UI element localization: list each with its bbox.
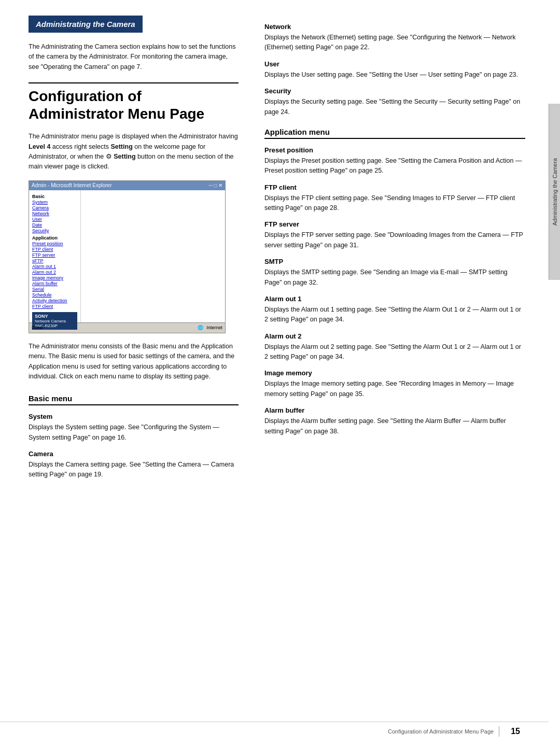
page-container: Administrating the Camera Administrating… <box>0 0 560 747</box>
basic-menu-section: Basic menu System Displays the System se… <box>29 394 239 480</box>
camera-text: Displays the Camera setting page. See "S… <box>29 460 239 480</box>
ftp-server-text: Displays the FTP server setting page. Se… <box>264 230 525 250</box>
screenshot-inner: Basic System Camera Network User Date Se… <box>29 190 225 322</box>
sidebar-link-serial[interactable]: Serial <box>32 287 77 292</box>
sidebar-link-sftp[interactable]: sFTP <box>32 258 77 263</box>
application-menu-heading: Application menu <box>264 128 525 139</box>
smtp-label: SMTP <box>264 258 525 265</box>
ftp-client-label: FTP client <box>264 184 525 191</box>
screenshot-status-right: 🌐 Internet <box>198 325 222 330</box>
screenshot-logo: SONY <box>35 314 75 319</box>
sidebar-link-preset[interactable]: Preset position <box>32 241 77 246</box>
left-column: Administrating the Camera The Administra… <box>0 0 254 747</box>
desc-before-bold1: The Administrator menu page is displayed… <box>29 133 238 140</box>
desc-after-bold1: access right selects <box>50 143 110 150</box>
image-memory-text: Displays the Image memory setting page. … <box>264 379 525 399</box>
smtp-subsection: SMTP Displays the SMTP setting page. See… <box>264 258 525 288</box>
sidebar-link-system[interactable]: System <box>32 200 77 205</box>
internet-icon: 🌐 <box>198 325 203 330</box>
sidebar-link-image-memory[interactable]: Image memory <box>32 275 77 280</box>
desc-bold1: Level 4 <box>29 143 50 150</box>
security-label: Security <box>264 87 525 95</box>
camera-subsection: Camera Displays the Camera setting page.… <box>29 450 239 480</box>
application-menu-section: Application menu Preset position Display… <box>264 128 525 436</box>
screenshot-sidebar: Basic System Camera Network User Date Se… <box>29 190 81 322</box>
screenshot-title: Admin - Microsoft Internet Explorer <box>32 182 112 188</box>
sidebar-basic-label: Basic <box>32 194 77 199</box>
screenshot-controls: ─ □ ✕ <box>208 182 222 188</box>
sidebar-link-alarm-buffer[interactable]: Alarm buffer <box>32 281 77 286</box>
screenshot-box: Admin - Microsoft Internet Explorer ─ □ … <box>29 180 226 333</box>
ftp-client-subsection: FTP client Displays the FTP client setti… <box>264 184 525 214</box>
page-title: Configuration of Administrator Menu Page <box>29 88 239 122</box>
user-label: User <box>264 60 525 68</box>
desc-bold3: Setting <box>114 153 135 160</box>
footer-text: Configuration of Administrator Menu Page <box>388 728 494 735</box>
preset-position-text: Displays the Preset position setting pag… <box>264 156 525 176</box>
intro-text: The Administrating the Camera section ex… <box>29 42 239 72</box>
basic-menu-heading: Basic menu <box>29 394 239 405</box>
user-text: Displays the User setting page. See "Set… <box>264 70 525 80</box>
main-content: Administrating the Camera The Administra… <box>0 0 560 747</box>
smtp-text: Displays the SMTP setting page. See "Sen… <box>264 267 525 288</box>
system-subsection: System Displays the System setting page.… <box>29 413 239 443</box>
alarm-buffer-subsection: Alarm buffer Displays the Alarm buffer s… <box>264 406 525 436</box>
alarm-out1-subsection: Alarm out 1 Displays the Alarm out 1 set… <box>264 295 525 325</box>
alarm-out2-text: Displays the Alarm out 2 setting page. S… <box>264 342 525 362</box>
sidebar-link-schedule[interactable]: Schedule <box>32 292 77 298</box>
sidebar-application-label: Application <box>32 235 77 241</box>
sidebar-link-activity[interactable]: Activity detection <box>32 298 77 303</box>
desc-bold2: Setting <box>110 143 132 150</box>
sidebar-link-camera[interactable]: Camera <box>32 205 77 210</box>
sidebar-link-ftp2[interactable]: FTP client <box>32 304 77 309</box>
footer-page-number: 15 <box>511 727 520 736</box>
alarm-buffer-text: Displays the Alarm buffer setting page. … <box>264 416 525 436</box>
system-label: System <box>29 413 239 420</box>
ftp-client-text: Displays the FTP client setting page. Se… <box>264 193 525 214</box>
title-divider <box>29 82 239 83</box>
preset-position-label: Preset position <box>264 146 525 154</box>
sidebar-link-date[interactable]: Date <box>32 222 77 228</box>
sidebar-link-alarm1[interactable]: Alarm out 1 <box>32 264 77 269</box>
alarm-out2-subsection: Alarm out 2 Displays the Alarm out 2 set… <box>264 332 525 362</box>
security-text: Displays the Security setting page. See … <box>264 97 525 117</box>
description-text: The Administrator menu page is displayed… <box>29 132 239 172</box>
network-text: Displays the Network (Ethernet) setting … <box>264 33 525 53</box>
screenshot-status-internet: Internet <box>206 325 222 330</box>
header-banner-text: Administrating the Camera <box>36 20 135 29</box>
preset-position-subsection: Preset position Displays the Preset posi… <box>264 146 525 176</box>
user-subsection: User Displays the User setting page. See… <box>264 60 525 80</box>
camera-label: Camera <box>29 450 239 458</box>
system-text: Displays the System setting page. See "C… <box>29 422 239 443</box>
screenshot-main-area <box>81 190 225 322</box>
sidebar-link-network[interactable]: Network <box>32 211 77 216</box>
right-column: Network Displays the Network (Ethernet) … <box>254 0 549 747</box>
network-subsection: Network Displays the Network (Ethernet) … <box>264 23 525 53</box>
security-subsection: Security Displays the Security setting p… <box>264 87 525 117</box>
footer-divider <box>499 726 499 737</box>
sidebar-link-ftp-server[interactable]: FTP server <box>32 252 77 258</box>
sidebar-link-user[interactable]: User <box>32 217 77 222</box>
alarm-out1-text: Displays the Alarm out 1 setting page. S… <box>264 305 525 325</box>
desc-icon: ⚙ <box>106 153 114 160</box>
alarm-buffer-label: Alarm buffer <box>264 406 525 414</box>
image-memory-subsection: Image memory Displays the Image memory s… <box>264 369 525 399</box>
alarm-out2-label: Alarm out 2 <box>264 332 525 340</box>
screenshot-titlebar: Admin - Microsoft Internet Explorer ─ □ … <box>29 181 225 190</box>
sidebar-link-ftp-client[interactable]: FTP client <box>32 247 77 252</box>
side-tab: Administrating the Camera <box>549 104 560 280</box>
alarm-out1-label: Alarm out 1 <box>264 295 525 303</box>
below-screenshot-text: The Administrator menu consists of the B… <box>29 342 239 382</box>
ftp-server-label: FTP server <box>264 220 525 228</box>
network-label: Network <box>264 23 525 31</box>
sidebar-link-security[interactable]: Security <box>32 228 77 233</box>
image-memory-label: Image memory <box>264 369 525 377</box>
header-banner: Administrating the Camera <box>29 16 143 33</box>
page-footer: Configuration of Administrator Menu Page… <box>0 722 549 737</box>
sidebar-link-alarm2[interactable]: Alarm out 2 <box>32 270 77 275</box>
ftp-server-subsection: FTP server Displays the FTP server setti… <box>264 220 525 250</box>
side-tab-label: Administrating the Camera <box>552 158 558 225</box>
screenshot-status-left: Done <box>32 325 43 330</box>
